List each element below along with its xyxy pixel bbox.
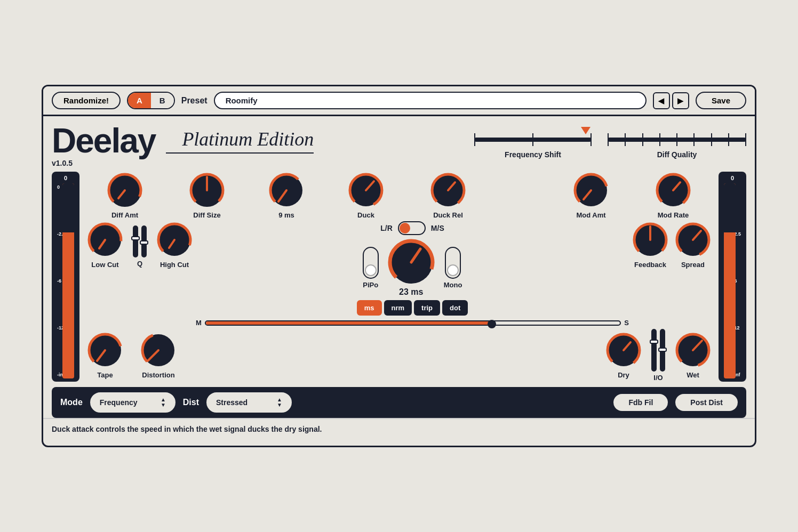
save-button[interactable]: Save xyxy=(696,92,746,109)
spread-knob[interactable] xyxy=(674,221,712,259)
knob-distortion: Distortion xyxy=(137,332,180,379)
diff-amt-knob[interactable] xyxy=(106,172,143,209)
app-version: v1.0.5 xyxy=(52,159,155,167)
io-sliders[interactable] xyxy=(651,329,665,372)
mod-rate-knob[interactable] xyxy=(655,172,692,209)
q-control: Q xyxy=(126,225,153,268)
vu-right-top: 0 xyxy=(731,175,734,181)
tape-label: Tape xyxy=(97,371,113,379)
plugin-container: Randomize! A B Preset Roomify ◀ ▶ Save D… xyxy=(42,85,756,447)
diff-quality-control[interactable]: Diff Quality xyxy=(608,132,746,159)
dist-select[interactable]: Stressed ▲ ▼ xyxy=(206,392,292,413)
lr-ms-toggle: L/R M/S xyxy=(380,221,444,235)
mod-amt-knob[interactable] xyxy=(572,172,610,209)
q-slider-1[interactable] xyxy=(133,225,138,257)
io-label: I/O xyxy=(653,374,663,382)
duck-label: Duck xyxy=(357,211,374,219)
pipo-label: PiPo xyxy=(363,281,378,289)
low-cut-label: Low Cut xyxy=(91,261,118,269)
knob-duck-rel: Duck Rel xyxy=(427,172,469,219)
dist-arrows: ▲ ▼ xyxy=(277,397,282,408)
knob-diff-size: Diff Size xyxy=(186,172,228,219)
prev-preset-button[interactable]: ◀ xyxy=(653,92,670,109)
preset-arrows: ◀ ▶ xyxy=(653,92,689,109)
mode-select[interactable]: Frequency ▲ ▼ xyxy=(90,392,175,413)
low-cut-knob[interactable] xyxy=(86,221,124,259)
center-controls: L/R M/S PiPo xyxy=(196,221,629,327)
tape-knob[interactable] xyxy=(86,332,124,369)
ms-slider[interactable]: M S xyxy=(196,319,629,327)
high-cut-knob[interactable] xyxy=(156,221,193,259)
delay-time-knob[interactable] xyxy=(387,238,435,286)
duck-knob[interactable] xyxy=(347,172,385,209)
mode-value: Frequency xyxy=(100,398,138,407)
distortion-label: Distortion xyxy=(142,371,174,379)
nrm-button[interactable]: nrm xyxy=(384,300,412,316)
knob-tape: Tape xyxy=(84,332,126,379)
time-buttons: ms nrm trip dot xyxy=(357,300,468,316)
status-bar: Duck attack controls the speed in which … xyxy=(43,418,755,439)
status-text: Duck attack controls the speed in which … xyxy=(52,425,322,433)
knob-diff-amt: Diff Amt xyxy=(103,172,146,219)
mode-arrows: ▲ ▼ xyxy=(161,397,166,408)
a-button[interactable]: A xyxy=(128,93,151,108)
9ms-label: 9 ms xyxy=(278,211,294,219)
next-preset-button[interactable]: ▶ xyxy=(672,92,689,109)
randomize-button[interactable]: Randomize! xyxy=(52,92,121,109)
preset-name: Roomify xyxy=(226,96,258,105)
knob-row-1: Diff Amt Diff Size xyxy=(84,172,714,219)
main-delay-knob: 23 ms xyxy=(387,238,435,297)
feedback-label: Feedback xyxy=(634,261,666,269)
mono-label: Mono xyxy=(444,281,462,289)
diff-quality-label: Diff Quality xyxy=(657,150,697,159)
trip-button[interactable]: trip xyxy=(414,300,440,316)
preset-label: Preset xyxy=(181,96,208,106)
knob-feedback: Feedback xyxy=(629,221,672,269)
knob-row-2: Low Cut Q xyxy=(84,221,714,327)
knob-mod-amt: Mod Amt xyxy=(570,172,612,219)
bottom-bar: Mode Frequency ▲ ▼ Dist Stressed ▲ ▼ Fdb… xyxy=(52,387,746,418)
9ms-knob[interactable] xyxy=(268,172,305,209)
vu-left-top: 0 xyxy=(64,175,67,181)
mono-control: Mono xyxy=(444,247,462,289)
q-slider-2[interactable] xyxy=(141,225,147,257)
wet-knob[interactable] xyxy=(674,332,712,369)
dist-label: Dist xyxy=(183,398,199,407)
mono-switch[interactable] xyxy=(445,247,461,279)
duck-rel-label: Duck Rel xyxy=(433,211,463,219)
knob-duck: Duck xyxy=(345,172,387,219)
io-slider-1[interactable] xyxy=(651,329,657,372)
dot-button[interactable]: dot xyxy=(442,300,468,316)
dry-label: Dry xyxy=(618,371,629,379)
io-slider-2[interactable] xyxy=(660,329,665,372)
diff-amt-label: Diff Amt xyxy=(111,211,138,219)
ms-slider-track[interactable] xyxy=(205,320,621,326)
ab-group: A B xyxy=(127,92,175,109)
main-area: Deelay v1.0.5 Platinum Edition xyxy=(43,116,755,446)
pipo-switch[interactable] xyxy=(363,247,379,279)
duck-rel-knob[interactable] xyxy=(429,172,467,209)
distortion-knob[interactable] xyxy=(140,332,177,369)
lr-ms-switch[interactable] xyxy=(398,221,426,235)
b-button[interactable]: B xyxy=(151,93,174,108)
fdb-fil-button[interactable]: Fdb Fil xyxy=(613,394,668,411)
mod-rate-label: Mod Rate xyxy=(658,211,689,219)
feedback-knob[interactable] xyxy=(632,221,669,259)
q-sliders[interactable] xyxy=(133,225,147,257)
io-control: I/O xyxy=(649,329,667,382)
diff-size-label: Diff Size xyxy=(193,211,220,219)
ms-label: M/S xyxy=(431,224,444,232)
high-cut-label: High Cut xyxy=(160,261,189,269)
dry-knob[interactable] xyxy=(605,332,642,369)
knob-high-cut: High Cut xyxy=(153,221,196,269)
knob-row-3: Tape Distortion xyxy=(84,329,714,382)
post-dist-button[interactable]: Post Dist xyxy=(675,394,738,411)
ms-button[interactable]: ms xyxy=(357,300,382,316)
diff-size-knob[interactable] xyxy=(188,172,226,209)
freq-shift-control[interactable]: Frequency Shift xyxy=(474,132,592,159)
preset-name-box[interactable]: Roomify xyxy=(214,92,647,109)
mode-label: Mode xyxy=(60,398,83,407)
header-row: Deelay v1.0.5 Platinum Edition xyxy=(52,116,746,172)
q-label: Q xyxy=(137,260,142,268)
knobs-main: Diff Amt Diff Size xyxy=(84,172,714,382)
